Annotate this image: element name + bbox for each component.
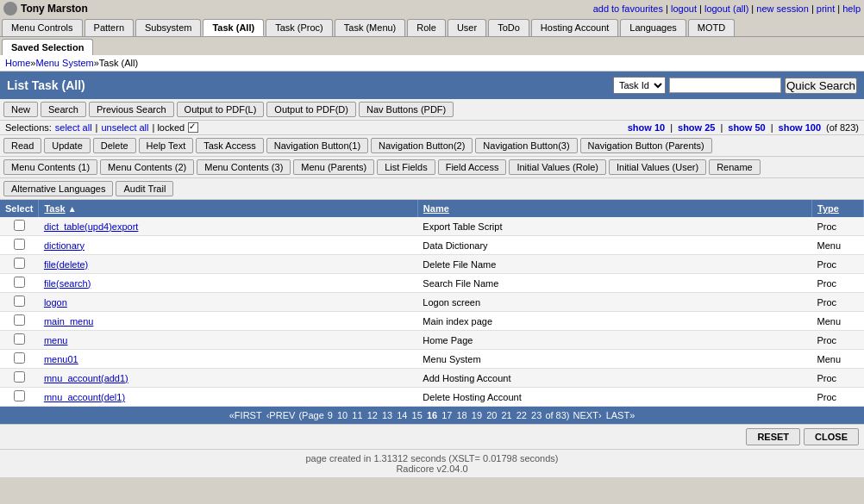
new-button[interactable]: New: [3, 102, 38, 117]
reset-button[interactable]: RESET: [746, 428, 800, 445]
breadcrumb-menu-system[interactable]: Menu System: [35, 58, 93, 68]
task-link-1[interactable]: dictionary: [44, 240, 85, 251]
audit-trail-button[interactable]: Audit Trail: [116, 181, 173, 196]
row-checkbox-9[interactable]: [14, 390, 25, 401]
nav-tab-motd[interactable]: MOTD: [688, 19, 735, 36]
list-fields-button[interactable]: List Fields: [377, 159, 435, 175]
row-checkbox-3[interactable]: [14, 277, 25, 288]
search-button[interactable]: Search: [41, 102, 86, 117]
task-link-0[interactable]: dict_table(upd4)export: [44, 221, 138, 232]
menu-contents-2-button[interactable]: Menu Contents (2): [100, 159, 194, 175]
page-23-link[interactable]: 23: [531, 410, 542, 420]
next-link[interactable]: NEXT›: [573, 410, 602, 420]
task-link-9[interactable]: mnu_account(del1): [44, 392, 125, 402]
page-10-link[interactable]: 10: [337, 410, 347, 420]
show-10-link[interactable]: show 10: [628, 122, 665, 133]
page-12-link[interactable]: 12: [367, 410, 378, 420]
page-20-link[interactable]: 20: [486, 410, 497, 420]
page-14-link[interactable]: 14: [397, 410, 407, 420]
task-link-3[interactable]: file(search): [44, 278, 91, 289]
task-link-8[interactable]: mnu_account(add1): [44, 373, 128, 383]
navigation-button-parents-button[interactable]: Navigation Button (Parents): [580, 138, 712, 153]
row-checkbox-5[interactable]: [14, 314, 25, 326]
sec-tab-saved-selection[interactable]: Saved Selection: [2, 39, 93, 55]
first-link[interactable]: «FIRST: [229, 410, 262, 420]
help-text-button[interactable]: Help Text: [139, 138, 194, 153]
unselect-all-link[interactable]: unselect all: [101, 122, 148, 133]
page-19-link[interactable]: 19: [472, 410, 482, 420]
page-22-link[interactable]: 22: [517, 410, 527, 420]
search-input[interactable]: [669, 78, 781, 93]
nav-tab-pattern[interactable]: Pattern: [85, 19, 134, 36]
show-100-link[interactable]: show 100: [779, 122, 822, 133]
page-17-link[interactable]: 17: [441, 410, 452, 420]
last-link[interactable]: LAST»: [606, 410, 635, 420]
menu-contents-3-button[interactable]: Menu Contents (3): [197, 159, 291, 175]
show-50-link[interactable]: show 50: [728, 122, 765, 133]
task-link-5[interactable]: main_menu: [44, 316, 93, 327]
row-checkbox-8[interactable]: [14, 371, 25, 383]
nav-tab-menu-controls[interactable]: Menu Controls: [2, 19, 83, 36]
logout-link[interactable]: logout: [671, 3, 697, 14]
show-25-link[interactable]: show 25: [678, 122, 715, 133]
output-to-pdfd-button[interactable]: Output to PDF(D): [266, 102, 356, 117]
col-header-task[interactable]: Task ▲: [39, 200, 417, 217]
print-link[interactable]: print: [817, 3, 835, 14]
navigation-button2-button[interactable]: Navigation Button(2): [371, 138, 473, 153]
nav-tab-todo[interactable]: ToDo: [488, 19, 529, 36]
close-button[interactable]: CLOSE: [804, 428, 859, 445]
rename-button[interactable]: Rename: [709, 159, 761, 175]
delete-button[interactable]: Delete: [93, 138, 136, 153]
nav-tab-user[interactable]: User: [448, 19, 486, 36]
nav-tab-languages[interactable]: Languages: [620, 19, 686, 36]
row-checkbox-0[interactable]: [14, 220, 25, 231]
row-checkbox-1[interactable]: [14, 239, 25, 250]
prev-link[interactable]: ‹PREV: [266, 410, 296, 420]
nav-buttons-pdf-button[interactable]: Nav Buttons (PDF): [359, 102, 454, 117]
nav-tab-task-menu[interactable]: Task (Menu): [335, 19, 406, 36]
field-access-button[interactable]: Field Access: [438, 159, 507, 175]
col-header-type[interactable]: Type: [812, 200, 864, 217]
update-button[interactable]: Update: [44, 138, 90, 153]
sort-task-link[interactable]: Task: [44, 203, 65, 214]
help-link[interactable]: help: [842, 3, 861, 14]
page-15-link[interactable]: 15: [412, 410, 423, 420]
output-to-pdfl-button[interactable]: Output to PDF(L): [177, 102, 265, 117]
page-9-link[interactable]: 9: [328, 410, 333, 420]
task-link-6[interactable]: menu: [44, 335, 68, 345]
page-18-link[interactable]: 18: [457, 410, 467, 420]
row-checkbox-4[interactable]: [14, 296, 25, 307]
task-access-button[interactable]: Task Access: [196, 138, 264, 153]
nav-tab-hosting-account[interactable]: Hosting Account: [531, 19, 619, 36]
task-link-7[interactable]: menu01: [44, 354, 78, 364]
initial-values-role-button[interactable]: Initial Values (Role): [509, 159, 606, 175]
sort-name-link[interactable]: Name: [423, 203, 449, 214]
navigation-button1-button[interactable]: Navigation Button(1): [266, 138, 368, 153]
read-button[interactable]: Read: [3, 138, 41, 153]
select-all-link[interactable]: select all: [55, 122, 92, 133]
quick-search-button[interactable]: Quick Search: [785, 78, 857, 94]
task-link-2[interactable]: file(delete): [44, 259, 88, 270]
nav-tab-role[interactable]: Role: [407, 19, 446, 36]
row-checkbox-6[interactable]: [14, 333, 25, 345]
col-header-name[interactable]: Name: [417, 200, 811, 217]
navigation-button3-button[interactable]: Navigation Button(3): [475, 138, 577, 153]
sort-type-link[interactable]: Type: [817, 203, 839, 214]
locked-checkbox[interactable]: [188, 122, 198, 133]
nav-tab-task-proc[interactable]: Task (Proc): [266, 19, 333, 36]
breadcrumb-home[interactable]: Home: [5, 58, 30, 68]
menu-parents-button[interactable]: Menu (Parents): [293, 159, 374, 175]
page-21-link[interactable]: 21: [501, 410, 511, 420]
alternative-languages-button[interactable]: Alternative Languages: [3, 181, 113, 196]
new-session-link[interactable]: new session: [756, 3, 809, 14]
menu-contents-1-button[interactable]: Menu Contents (1): [3, 159, 97, 175]
page-13-link[interactable]: 13: [382, 410, 392, 420]
logout-all-link[interactable]: logout (all): [704, 3, 748, 14]
nav-tab-subsystem[interactable]: Subsystem: [135, 19, 201, 36]
row-checkbox-7[interactable]: [14, 352, 25, 364]
add-to-favourites-link[interactable]: add to favourites: [593, 3, 663, 14]
search-field-select[interactable]: Task IdNameType: [613, 77, 666, 94]
row-checkbox-2[interactable]: [14, 258, 25, 269]
page-11-link[interactable]: 11: [352, 410, 362, 420]
task-link-4[interactable]: logon: [44, 297, 67, 308]
